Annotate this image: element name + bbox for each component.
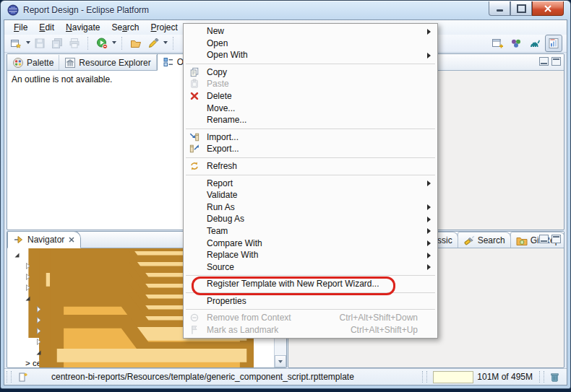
context-menu-item-validate[interactable]: Validate [184,189,437,201]
dropdown-arrow-icon[interactable] [162,35,168,51]
heap-status-gauge[interactable] [433,371,473,383]
context-menu-item-refresh[interactable]: Refresh [184,160,437,173]
context-menu-item-export[interactable]: Export... [184,143,437,155]
menu-item-label: Replace With [207,249,258,261]
scroll-down-icon[interactable] [275,355,286,367]
collapsed-arrow-icon[interactable] [24,284,32,292]
collapsed-arrow-icon[interactable] [35,316,43,324]
context-menu-item-team[interactable]: Team [184,225,437,238]
tab-navigator[interactable]: Navigator [7,231,81,248]
expanded-arrow-icon[interactable] [35,349,43,357]
context-menu-item-source[interactable]: Source [184,261,437,274]
maximize-view-icon[interactable] [551,235,561,243]
highlighter-button[interactable] [145,35,162,52]
maximize-button[interactable] [510,1,532,16]
collapsed-arrow-icon[interactable] [35,327,43,335]
garbage-collect-trash-icon[interactable] [548,370,561,383]
window-title: Report Design - Eclipse Platform [23,5,149,15]
collapsed-arrow-icon[interactable] [35,305,43,313]
open-perspective-icon [491,38,503,49]
context-menu-item-register-template-with-new-report-wizard[interactable]: Register Template with New Report Wizard… [184,278,437,290]
toolbar-separator [173,37,174,50]
context-menu-item-import[interactable]: Import... [184,131,437,144]
statusbar-grip [422,371,427,383]
context-menu-item-run-as[interactable]: Run As [184,201,437,214]
tab-resource-explorer[interactable]: Resource Explorer [59,55,156,70]
context-menu-item-replace-with[interactable]: Replace With [184,249,437,261]
camel-perspective-icon [529,38,541,49]
expanded-arrow-icon[interactable] [24,295,32,302]
menu-item-label: Delete [207,90,232,103]
menubar-item-search[interactable]: Search [106,21,145,34]
dropdown-arrow-icon[interactable] [111,35,117,51]
delete-icon [189,91,199,101]
context-menu-item-remove-from-context: Remove from ContextCtrl+Alt+Shift+Down [184,312,437,324]
refresh-icon [189,161,199,171]
context-menu-item-compare-with[interactable]: Compare With [184,238,437,250]
fast-view-icon[interactable] [17,371,28,383]
menu-separator [186,129,435,129]
menubar-item-file[interactable]: File [8,21,33,34]
context-menu-item-open-with[interactable]: Open With [184,49,437,61]
maximize-view-icon[interactable] [551,57,561,66]
menu-item-label: Copy [207,66,227,79]
menu-separator [186,157,435,158]
menubar-item-navigate[interactable]: Navigate [60,21,106,34]
toolbar-group [124,35,171,52]
submenu-arrow-icon [427,264,431,270]
collapsed-arrow-icon[interactable] [35,338,43,346]
context-menu-item-open[interactable]: Open [184,38,437,50]
context-menu-item-new[interactable]: New [184,25,437,38]
context-menu-item-debug-as[interactable]: Debug As [184,213,437,225]
expanded-arrow-icon[interactable] [13,251,21,259]
context-menu-item-properties[interactable]: Properties [184,295,437,308]
other-perspective-icon [510,38,522,49]
report-design-perspective-button[interactable] [545,35,562,52]
menu-separator [186,64,435,64]
menubar-item-project[interactable]: Project [145,21,183,34]
palette-icon [12,57,24,69]
other-perspective-button[interactable] [507,35,525,52]
save-button[interactable] [31,35,48,52]
close-tab-icon[interactable] [68,236,75,243]
save-all-button[interactable] [48,35,66,52]
submenu-arrow-icon [427,29,431,35]
collapsed-arrow-icon[interactable] [24,262,32,270]
menu-separator [186,292,435,293]
tab-search[interactable]: Search [458,232,511,248]
context-menu-item-copy[interactable]: Copy [184,66,437,79]
run-icon [96,38,108,49]
minimize-view-icon[interactable] [539,235,549,243]
context-menu-item-mark-as-landmark: Mark as LandmarkCtrl+Alt+Shift+Up [184,324,437,336]
minimize-button[interactable] [489,1,510,16]
menubar-item-edit[interactable]: Edit [33,21,60,34]
open-folder-button[interactable] [127,35,145,52]
context-menu-item-delete[interactable]: Delete [184,90,437,103]
menu-item-label: Paste [207,78,229,90]
close-button[interactable] [532,1,564,16]
context-menu-item-rename[interactable]: Rename... [184,114,437,126]
selected-resource-path: centreon-bi-reports/Resources/template/g… [51,372,354,382]
collapsed-arrow-icon[interactable] [24,273,32,281]
save-icon [34,38,46,49]
menu-item-label: Refresh [207,160,237,173]
menu-item-label: Register Template with New Report Wizard… [207,278,379,290]
tab-label: Navigator [27,235,64,245]
open-perspective-button[interactable] [489,35,506,52]
context-menu-item-report[interactable]: Report [184,178,437,190]
dropdown-arrow-icon[interactable] [25,35,31,51]
context-menu-item-move[interactable]: Move... [184,103,437,115]
tab-palette[interactable]: Palette [7,55,59,70]
camel-perspective-button[interactable] [526,35,544,52]
titlebar[interactable]: Report Design - Eclipse Platform [1,1,570,19]
submenu-arrow-icon [427,53,431,58]
menu-item-label: Validate [207,189,237,201]
menu-item-label: Move... [207,103,235,115]
new-wizard-button[interactable] [7,35,25,52]
import-icon [189,132,199,142]
minimize-view-icon[interactable] [539,57,549,66]
run-button[interactable] [93,35,111,52]
submenu-arrow-icon [427,204,431,210]
statusbar-grip [7,371,12,383]
print-button[interactable] [66,35,83,52]
